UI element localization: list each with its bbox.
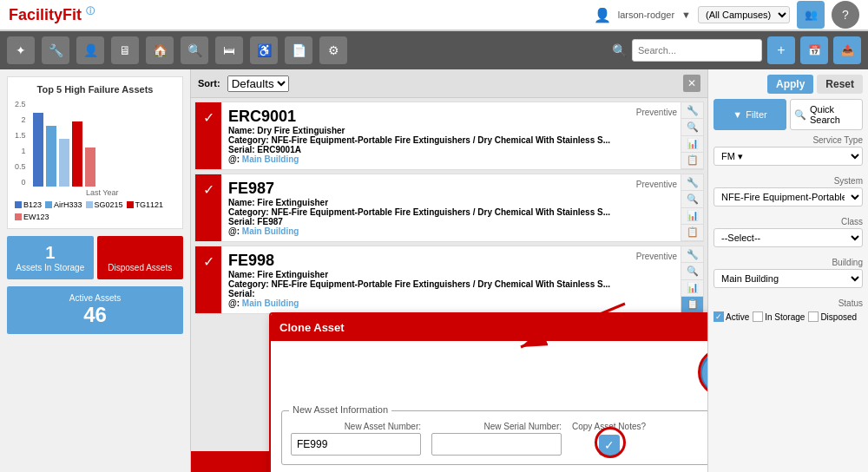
dropdown-arrow: ▼	[681, 10, 691, 20]
chart-x-label: Last Year	[30, 188, 175, 197]
building-section: Building Main Building	[713, 258, 863, 293]
logo-fit: Fit	[62, 6, 82, 23]
action-chart-fe998[interactable]: 📊	[681, 280, 703, 297]
action-wrench-erc9001[interactable]: 🔧	[681, 102, 703, 119]
action-wrench-fe998[interactable]: 🔧	[681, 246, 703, 263]
center-panel: Sort: Defaults ✕ ✓ ERC9001 Name: Dry Fir…	[191, 69, 707, 472]
asset-check-fe998[interactable]: ✓	[195, 246, 221, 313]
building-select[interactable]: Main Building	[713, 269, 863, 288]
bar-airh333	[46, 126, 56, 187]
reset-button[interactable]: Reset	[817, 75, 863, 94]
active-assets-label: Active Assets	[14, 293, 176, 303]
asset-id-fe998[interactable]: FE998	[228, 252, 674, 270]
add-button[interactable]: +	[767, 36, 795, 64]
clone-modal-header: Clone Asset ✕	[271, 314, 707, 341]
action-search-erc9001[interactable]: 🔍	[681, 119, 703, 135]
system-select[interactable]: NFE-Fire Equipment-Portable F...	[713, 187, 863, 206]
action-copy-fe987[interactable]: 📋	[681, 225, 703, 241]
in-storage-checkbox[interactable]	[753, 311, 763, 322]
toolbar-gear-button[interactable]: ⚙	[319, 36, 347, 64]
new-asset-info-section: New Asset Information New Asset Number: …	[281, 410, 707, 465]
toolbar-search-button[interactable]: 🔍	[181, 36, 208, 64]
search-input[interactable]	[632, 39, 762, 62]
campus-select[interactable]: (All Campuses)	[698, 6, 790, 23]
new-asset-number-input[interactable]	[291, 433, 421, 456]
copy-notes-label: Copy Asset Notes?	[572, 422, 646, 431]
asset-serial-fe987: Serial: FE987	[228, 217, 674, 226]
new-serial-number-input[interactable]	[431, 433, 562, 456]
asset-type-fe987: Preventive	[636, 180, 677, 189]
in-storage-label: In Storage	[765, 312, 805, 322]
bar-group-3	[59, 139, 69, 187]
quick-search-label: Quick Search	[810, 104, 858, 125]
action-copy-erc9001[interactable]: 📋	[681, 153, 703, 169]
header: FacilityFit ⓘ 👤 larson-rodger ▼ (All Cam…	[0, 0, 868, 31]
asset-id-fe987[interactable]: FE987	[228, 180, 674, 198]
legend-label-airh333: AirH333	[54, 200, 82, 209]
toolbar-bed-button[interactable]: 🛏	[215, 36, 243, 64]
action-copy-fe998[interactable]: 📋	[681, 297, 703, 313]
new-asset-number-field: New Asset Number:	[291, 422, 421, 456]
filter-icon: ▼	[733, 109, 742, 120]
bar-b123	[33, 113, 43, 187]
asset-item-erc9001: ✓ ERC9001 Name: Dry Fire Extinguisher Ca…	[194, 102, 704, 170]
active-checkbox[interactable]: ✓	[713, 311, 724, 322]
legend-sg0215: SG0215	[86, 200, 123, 209]
toolbar-sparkle-button[interactable]: ✦	[7, 36, 35, 64]
action-chart-erc9001[interactable]: 📊	[681, 136, 703, 153]
action-chart-fe987[interactable]: 📊	[681, 208, 703, 225]
class-select[interactable]: --Select--	[713, 228, 863, 247]
asset-actions-fe998: 🔧 🔍 📊 📋	[681, 246, 703, 313]
bar-group-5	[85, 148, 95, 187]
main: Top 5 High Failure Assets 2.5 2 1.5 1 0.…	[0, 69, 868, 472]
toolbar-monitor-button[interactable]: 🖥	[111, 36, 139, 64]
action-wrench-fe987[interactable]: 🔧	[681, 174, 703, 191]
service-type-section: Service Type FM ▾	[713, 135, 863, 171]
help-icon-button[interactable]: ?	[832, 1, 859, 29]
copy-notes-field: Copy Asset Notes? ✓	[572, 422, 646, 456]
filter-tab[interactable]: ▼ Filter	[713, 99, 786, 130]
clone-save-button[interactable]: 💾	[700, 351, 707, 395]
bar-group-1	[33, 113, 43, 187]
asset-category-fe998: Category: NFE-Fire Equipment-Portable Fi…	[228, 279, 674, 289]
calendar-button[interactable]: 📅	[800, 36, 828, 64]
asset-id-erc9001[interactable]: ERC9001	[228, 108, 674, 126]
toolbar-wrench-button[interactable]: 🔧	[42, 36, 69, 64]
toolbar-doc-button[interactable]: 📄	[285, 36, 312, 64]
asset-check-erc9001[interactable]: ✓	[195, 102, 221, 169]
users-icon-button[interactable]: 👥	[797, 1, 825, 29]
export-button[interactable]: 📤	[833, 36, 861, 64]
asset-item-fe987: ✓ FE987 Name: Fire Extinguisher Category…	[194, 174, 704, 242]
service-type-select[interactable]: FM ▾	[713, 147, 863, 166]
status-label: Status	[713, 298, 863, 308]
bar-ew123	[85, 148, 95, 187]
asset-content-fe987: FE987 Name: Fire Extinguisher Category: …	[221, 174, 681, 241]
legend-b123: B123	[15, 200, 42, 209]
system-section: System NFE-Fire Equipment-Portable F...	[713, 176, 863, 212]
asset-content-erc9001: ERC9001 Name: Dry Fire Extinguisher Cate…	[221, 102, 681, 169]
class-label: Class	[713, 217, 863, 226]
close-list-button[interactable]: ✕	[683, 75, 700, 92]
filter-tab-label: Filter	[746, 109, 766, 120]
action-search-fe998[interactable]: 🔍	[681, 263, 703, 279]
quick-search-tab[interactable]: 🔍 Quick Search	[790, 99, 863, 130]
clone-modal-body: 💾 New Asset Information New Asset Number…	[271, 341, 707, 472]
action-search-fe987[interactable]: 🔍	[681, 191, 703, 207]
bar-sg0215	[59, 139, 69, 187]
status-active-check: ✓ Active	[713, 311, 749, 322]
new-serial-number-field: New Serial Number:	[431, 422, 562, 456]
legend-dot-b123	[15, 201, 22, 208]
disposed-checkbox[interactable]	[808, 311, 819, 322]
toolbar-home-button[interactable]: 🏠	[146, 36, 174, 64]
right-panel: Apply Reset ▼ Filter 🔍 Quick Search Serv…	[707, 69, 868, 472]
assets-in-storage-box: 1 Assets In Storage	[7, 236, 94, 279]
bar-chart	[30, 100, 175, 187]
apply-button[interactable]: Apply	[767, 75, 813, 94]
copy-notes-checkbox[interactable]: ✓	[599, 435, 620, 456]
toolbar-people-button[interactable]: 👤	[76, 36, 104, 64]
asset-check-fe987[interactable]: ✓	[195, 174, 221, 241]
sort-select[interactable]: Defaults	[227, 75, 289, 92]
toolbar-access-button[interactable]: ♿	[250, 36, 278, 64]
system-label: System	[713, 176, 863, 186]
legend-ew123: EW123	[15, 213, 49, 221]
